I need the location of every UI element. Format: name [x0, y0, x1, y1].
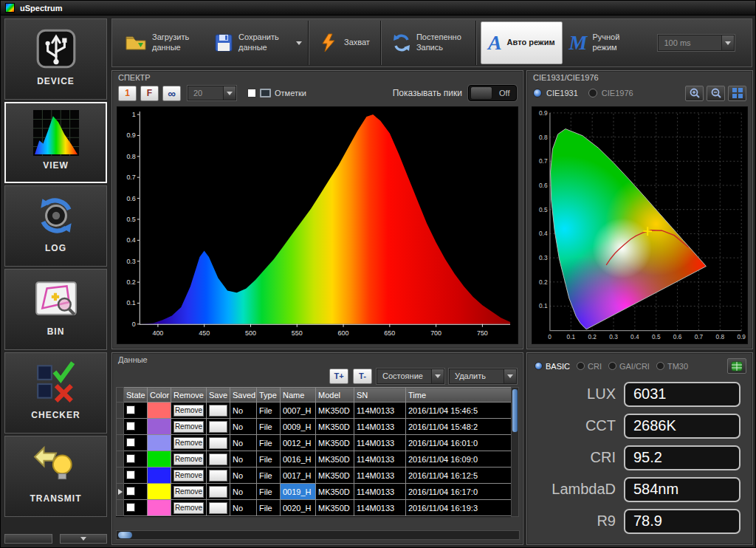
r9-value: 78.9 — [624, 509, 740, 534]
row-checkbox[interactable] — [126, 405, 135, 414]
tab-tm30[interactable]: TM30 — [656, 362, 688, 371]
sidebar-item-checker[interactable]: CHECKER — [4, 352, 107, 434]
vscroll-thumb[interactable] — [512, 389, 518, 432]
svg-text:0.7: 0.7 — [126, 174, 135, 181]
remove-button[interactable]: Remove — [173, 502, 204, 514]
row-checkbox[interactable] — [126, 454, 135, 463]
load-data-label: Загрузить данные — [152, 32, 201, 53]
sidebar-item-log[interactable]: LOG — [4, 185, 107, 267]
spectrum-controls: 1 F ∞ 20 Отметки Показывать пики Off — [112, 84, 523, 102]
table-row-selected[interactable]: Remove No File 0019_H MK350D 114M0133 20… — [117, 484, 512, 500]
table-row[interactable]: Remove No File 0012_H MK350D 114M0133 20… — [117, 435, 512, 451]
tab-basic[interactable]: BASIC — [535, 362, 570, 371]
table-vertical-scrollbar[interactable] — [511, 387, 519, 517]
color-swatch[interactable] — [148, 451, 171, 467]
data-panel-title: Данные — [112, 353, 523, 366]
fullscale-button[interactable]: F — [140, 86, 159, 101]
name-cell[interactable]: 0009_H — [281, 419, 316, 435]
state-dropdown[interactable]: Состояние — [377, 369, 444, 384]
svg-text:0.8: 0.8 — [126, 153, 135, 160]
save-options-button[interactable] — [294, 28, 304, 58]
sidebar-splitter-button-left[interactable] — [4, 534, 52, 544]
sidebar-item-bin[interactable]: BIN — [4, 269, 107, 350]
table-row[interactable]: Remove No File 0020_H MK350D 114M0133 20… — [117, 500, 512, 516]
name-cell[interactable]: 0017_H — [281, 467, 316, 484]
color-swatch[interactable] — [148, 419, 171, 435]
single-spectrum-button[interactable]: 1 — [118, 86, 137, 101]
hscroll-thumb[interactable] — [118, 532, 132, 538]
row-checkbox[interactable] — [126, 503, 135, 512]
save-row-button[interactable] — [209, 437, 227, 449]
save-row-button[interactable] — [209, 502, 227, 514]
sidebar-item-transmit[interactable]: TRANSMIT — [4, 436, 107, 517]
svg-text:0.7: 0.7 — [695, 333, 704, 340]
cie1931-radio[interactable] — [533, 89, 542, 97]
cie1976-radio[interactable] — [588, 89, 597, 97]
marks-checkbox[interactable] — [247, 89, 256, 97]
name-cell[interactable]: 0016_H — [281, 451, 316, 467]
row-checkbox[interactable] — [126, 422, 135, 431]
name-cell[interactable]: 0007_H — [281, 403, 316, 419]
datasheet-button[interactable] — [727, 358, 746, 374]
remove-button[interactable]: Remove — [173, 486, 204, 498]
save-row-button[interactable] — [209, 405, 227, 417]
save-row-button[interactable] — [209, 453, 227, 465]
auto-mode-button[interactable]: A Авто режим — [481, 21, 563, 64]
interval-dropdown[interactable]: 100 ms — [658, 35, 735, 51]
color-swatch[interactable] — [148, 500, 171, 516]
remove-button[interactable]: Remove — [173, 470, 204, 482]
text-smaller-button[interactable]: T- — [353, 369, 372, 384]
color-swatch[interactable] — [148, 467, 171, 484]
data-panel: Данные T+ T- Состояние Удалить State Col… — [111, 352, 523, 545]
save-row-button[interactable] — [209, 470, 227, 482]
remove-button[interactable]: Remove — [173, 421, 204, 433]
zoom-fit-button[interactable] — [728, 86, 746, 101]
text-larger-button[interactable]: T+ — [329, 369, 348, 384]
table-row[interactable]: Remove No File 0016_H MK350D 114M0133 20… — [117, 451, 512, 467]
tab-cri[interactable]: CRI — [577, 362, 602, 371]
infinity-button[interactable]: ∞ — [162, 86, 181, 101]
step-record-button[interactable]: Постепенно Запись — [385, 21, 472, 64]
remove-button[interactable]: Remove — [173, 453, 204, 465]
table-row[interactable]: Remove No File 0017_H MK350D 114M0133 20… — [117, 467, 512, 484]
sidebar: DEVICE VIEW LOG BIN CHECKER — [4, 18, 109, 546]
peaks-group: Показывать пики Off — [393, 85, 517, 101]
name-cell-selected[interactable]: 0019_H — [281, 484, 316, 500]
table-horizontal-scrollbar[interactable] — [116, 530, 520, 540]
remove-button[interactable]: Remove — [173, 437, 204, 449]
zoom-out-button[interactable] — [707, 86, 725, 101]
sidebar-item-device[interactable]: DEVICE — [4, 18, 107, 100]
row-checkbox[interactable] — [126, 470, 135, 479]
svg-text:0.1: 0.1 — [567, 333, 576, 340]
table-row[interactable]: Remove No File 0009_H MK350D 114M0133 20… — [117, 419, 512, 435]
table-row[interactable]: Remove No File 0007_H MK350D 114M0133 20… — [117, 403, 512, 419]
delete-dropdown[interactable]: Удалить — [449, 369, 517, 384]
name-cell[interactable]: 0012_H — [281, 435, 316, 451]
sidebar-splitter-button-right[interactable] — [60, 534, 108, 544]
tab-gai-cri[interactable]: GAI/CRI — [608, 362, 650, 371]
zoom-in-button[interactable] — [685, 86, 704, 101]
remove-button[interactable]: Remove — [173, 405, 204, 417]
save-row-button[interactable] — [209, 486, 227, 498]
row-checkbox[interactable] — [126, 487, 135, 496]
row-checkbox[interactable] — [126, 438, 135, 447]
name-cell[interactable]: 0020_H — [281, 500, 316, 516]
svg-text:450: 450 — [199, 329, 210, 337]
model-cell: MK350D — [316, 403, 354, 419]
save-row-button[interactable] — [209, 421, 227, 433]
svg-text:0.2: 0.2 — [588, 333, 597, 340]
col-state: State — [124, 388, 148, 403]
svg-text:550: 550 — [292, 329, 303, 337]
color-swatch[interactable] — [148, 484, 171, 500]
manual-mode-button[interactable]: M Ручной режим — [563, 21, 648, 64]
load-data-button[interactable]: Загрузить данные — [118, 21, 207, 64]
capture-button[interactable]: Захват — [313, 21, 377, 64]
count-dropdown[interactable]: 20 — [188, 86, 236, 100]
sidebar-item-view[interactable]: VIEW — [4, 102, 107, 183]
save-data-button[interactable]: Сохранить данные — [207, 21, 294, 64]
show-peaks-label: Показывать пики — [393, 88, 462, 98]
show-peaks-toggle[interactable]: Off — [468, 85, 517, 101]
dropdown-caret-icon — [431, 369, 444, 383]
color-swatch[interactable] — [148, 403, 171, 419]
color-swatch[interactable] — [148, 435, 171, 451]
